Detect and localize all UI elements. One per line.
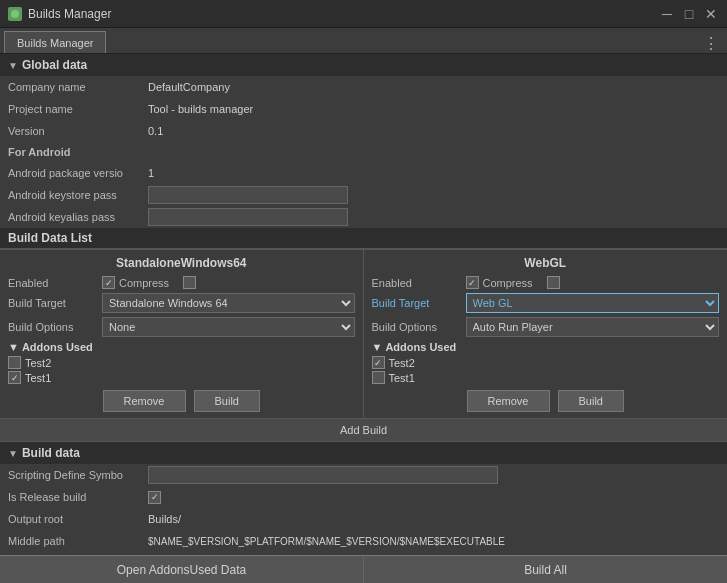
build-2-addon-test2-checkbox[interactable] [372,356,385,369]
build-1-target-row: Build Target Standalone Windows 64 [8,293,355,313]
build-1-target-select[interactable]: Standalone Windows 64 [102,293,355,313]
build-column-2: WebGL Enabled Compress Build Target Web … [364,250,728,418]
add-build-button[interactable]: Add Build [0,418,727,441]
build-2-options-select[interactable]: Auto Run Player [466,317,720,337]
build-1-compress-checkbox[interactable] [183,276,196,289]
middle-path-value: $NAME_$VERSION_$PLATFORM/$NAME_$VERSION/… [148,536,505,547]
minimize-button[interactable]: ─ [659,6,675,22]
build-2-options-label: Build Options [372,321,462,333]
build-2-addon-test1: Test1 [372,371,720,384]
android-keystore-label: Android keystore pass [8,189,148,201]
build-2-remove-button[interactable]: Remove [467,390,550,412]
android-package-row: Android package versio 1 [0,162,727,184]
build-2-enabled-checkbox[interactable] [466,276,479,289]
is-release-checkbox[interactable] [148,491,161,504]
is-release-label: Is Release build [8,491,148,503]
build-all-button[interactable]: Build All [364,555,727,583]
build-1-addon-test1-label: Test1 [25,372,51,384]
app-icon [8,7,22,21]
build-2-actions: Remove Build [372,390,720,412]
global-data-header: ▼ Global data [0,54,727,76]
output-root-label: Output root [8,513,148,525]
android-package-label: Android package versio [8,167,148,179]
build-1-enabled-label: Enabled [8,277,98,289]
build-2-addons-header: ▼ Addons Used [372,341,720,353]
addons-arrow-1: ▼ [8,341,19,353]
addons-arrow-2: ▼ [372,341,383,353]
build-1-actions: Remove Build [8,390,355,412]
project-name-label: Project name [8,103,148,115]
window-title: Builds Manager [28,7,111,21]
build-1-enabled-checkbox[interactable] [102,276,115,289]
build-2-target-select[interactable]: Web GL [466,293,720,313]
title-bar-left: Builds Manager [8,7,111,21]
build-1-enabled-row: Enabled Compress [8,276,355,289]
android-keystore-row: Android keystore pass [0,184,727,206]
maximize-button[interactable]: □ [681,6,697,22]
build-1-compress-label: Compress [119,277,179,289]
scrollable-content: ▼ Global data Company name DefaultCompan… [0,54,727,555]
build-2-enabled-label: Enabled [372,277,462,289]
for-android-label: For Android [0,142,727,162]
build-1-addon-test2-checkbox[interactable] [8,356,21,369]
builds-grid: StandaloneWindows64 Enabled Compress Bui… [0,249,727,418]
android-keyalias-row: Android keyalias pass [0,206,727,228]
title-bar: Builds Manager ─ □ ✕ [0,0,727,28]
tab-menu-button[interactable]: ⋮ [699,34,723,53]
build-2-target-label: Build Target [372,297,462,309]
svg-point-0 [11,10,19,18]
build-1-target-label: Build Target [8,297,98,309]
version-value: 0.1 [148,125,163,137]
build-2-addon-test2: Test2 [372,356,720,369]
company-name-row: Company name DefaultCompany [0,76,727,98]
content-wrapper: ▼ Global data Company name DefaultCompan… [0,54,727,583]
build-2-options-row: Build Options Auto Run Player [372,317,720,337]
build-1-options-select[interactable]: None [102,317,355,337]
project-name-row: Project name Tool - builds manager [0,98,727,120]
build-1-options-label: Build Options [8,321,98,333]
version-row: Version 0.1 [0,120,727,142]
build-2-target-row: Build Target Web GL [372,293,720,313]
is-release-row: Is Release build [0,486,727,508]
build-col-1-title: StandaloneWindows64 [8,256,355,270]
tab-bar: Builds Manager ⋮ [0,28,727,54]
company-name-label: Company name [8,81,148,93]
bottom-actions: Open AddonsUsed Data Build All [0,555,727,583]
global-data-arrow: ▼ [8,60,18,71]
version-label: Version [8,125,148,137]
close-button[interactable]: ✕ [703,6,719,22]
build-data-list-header: Build Data List [0,228,727,248]
build-2-enabled-row: Enabled Compress [372,276,720,289]
output-root-row: Output root Builds/ [0,508,727,530]
build-column-1: StandaloneWindows64 Enabled Compress Bui… [0,250,364,418]
scripting-define-input[interactable] [148,466,498,484]
android-keyalias-input[interactable] [148,208,348,226]
build-1-remove-button[interactable]: Remove [103,390,186,412]
build-data-header: ▼ Build data [0,442,727,464]
open-addons-button[interactable]: Open AddonsUsed Data [0,555,364,583]
build-1-options-row: Build Options None [8,317,355,337]
build-col-2-title: WebGL [372,256,720,270]
build-1-addon-test2: Test2 [8,356,355,369]
build-2-build-button[interactable]: Build [558,390,624,412]
android-keyalias-label: Android keyalias pass [8,211,148,223]
build-1-addon-test2-label: Test2 [25,357,51,369]
window-controls[interactable]: ─ □ ✕ [659,6,719,22]
output-root-value: Builds/ [148,513,181,525]
build-2-compress-checkbox[interactable] [547,276,560,289]
middle-path-row: Middle path $NAME_$VERSION_$PLATFORM/$NA… [0,530,727,552]
company-name-value: DefaultCompany [148,81,230,93]
build-1-build-button[interactable]: Build [194,390,260,412]
middle-path-label: Middle path [8,535,148,547]
project-name-value: Tool - builds manager [148,103,253,115]
android-keystore-input[interactable] [148,186,348,204]
scripting-define-row: Scripting Define Symbo [0,464,727,486]
build-1-addon-test1-checkbox[interactable] [8,371,21,384]
build-1-addon-test1: Test1 [8,371,355,384]
build-1-addons-header: ▼ Addons Used [8,341,355,353]
build-2-addon-test1-checkbox[interactable] [372,371,385,384]
build-2-addon-test1-label: Test1 [389,372,415,384]
tab-builds-manager[interactable]: Builds Manager [4,31,106,53]
build-2-compress-label: Compress [483,277,543,289]
scripting-define-label: Scripting Define Symbo [8,469,148,481]
